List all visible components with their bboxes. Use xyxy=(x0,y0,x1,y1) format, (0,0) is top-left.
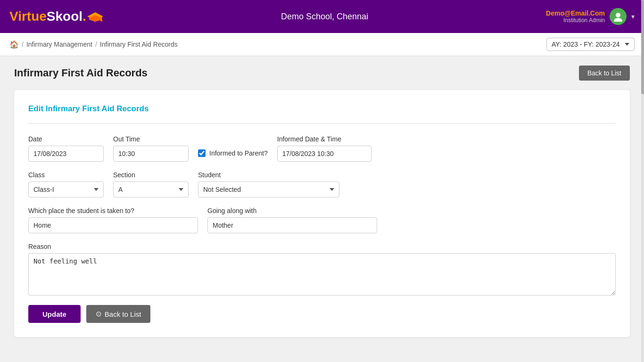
back-to-list-button-bottom[interactable]: ⊙ Back to List xyxy=(86,305,151,323)
chevron-down-icon[interactable]: ▾ xyxy=(631,13,635,20)
breadcrumb-infirmary-management[interactable]: Infirmary Management xyxy=(26,41,92,48)
student-group: Student Not Selected xyxy=(198,171,339,197)
going-along-group: Going along with xyxy=(207,207,377,233)
section-group: Section A B C xyxy=(113,171,189,197)
user-info: Demo@Email.Com Institution Admin ▾ xyxy=(546,8,635,25)
scrollbar-thumb[interactable] xyxy=(641,0,644,94)
logo-virtue: Virtue xyxy=(9,9,47,24)
form-actions: Update ⊙ Back to List xyxy=(28,305,616,323)
class-group: Class Class-I Class-II Class-III xyxy=(28,171,104,197)
student-select[interactable]: Not Selected xyxy=(198,181,339,197)
out-time-group: Out Time xyxy=(113,135,189,162)
svg-point-3 xyxy=(100,19,102,22)
informed-datetime-label: Informed Date & Time xyxy=(277,135,372,143)
form-row-4: Reason Not feeling well xyxy=(28,243,616,296)
svg-point-4 xyxy=(616,13,620,17)
out-time-input[interactable] xyxy=(113,146,189,162)
breadcrumb: 🏠 / Infirmary Management / Infirmary Fir… xyxy=(9,40,178,49)
form-row-3: Which place the student is taken to? Goi… xyxy=(28,207,616,233)
place-input[interactable] xyxy=(28,217,198,233)
home-icon[interactable]: 🏠 xyxy=(9,40,19,49)
date-input[interactable] xyxy=(28,146,104,162)
breadcrumb-current: Infirmary First Aid Records xyxy=(100,41,178,48)
informed-parent-checkbox[interactable] xyxy=(198,149,206,157)
reason-label: Reason xyxy=(28,243,616,250)
informed-datetime-input[interactable] xyxy=(277,146,372,162)
date-group: Date xyxy=(28,135,104,162)
section-label: Section xyxy=(113,171,189,179)
form-row-1: Date Out Time Informed to Parent? Inform… xyxy=(28,135,616,162)
user-icon xyxy=(613,11,623,22)
informed-parent-label: Informed to Parent? xyxy=(209,149,268,157)
going-along-input[interactable] xyxy=(207,217,377,233)
student-label: Student xyxy=(198,171,339,179)
logo-skool: Skool xyxy=(47,9,83,24)
ay-select[interactable]: AY: 2023 - FY: 2023-24 xyxy=(546,38,635,51)
scrollbar[interactable] xyxy=(641,0,644,362)
page-header: Infirmary First Aid Records Back to List xyxy=(14,66,630,81)
out-time-label: Out Time xyxy=(113,135,189,143)
section-select[interactable]: A B C xyxy=(113,181,189,197)
place-label: Which place the student is taken to? xyxy=(28,207,198,214)
back-to-list-label: Back to List xyxy=(105,310,141,318)
class-label: Class xyxy=(28,171,104,179)
reason-textarea[interactable]: Not feeling well xyxy=(28,253,616,296)
main-content: Infirmary First Aid Records Back to List… xyxy=(0,56,644,346)
going-along-label: Going along with xyxy=(207,207,377,214)
page-title: Infirmary First Aid Records xyxy=(14,67,148,79)
header: VirtueSkool. Demo School, Chennai Demo@E… xyxy=(0,0,644,33)
breadcrumb-bar: 🏠 / Infirmary Management / Infirmary Fir… xyxy=(0,33,644,56)
form-card: Edit Infirmary First Aid Records Date Ou… xyxy=(14,90,630,337)
place-group: Which place the student is taken to? xyxy=(28,207,198,233)
class-select[interactable]: Class-I Class-II Class-III xyxy=(28,181,104,197)
avatar xyxy=(610,8,627,25)
form-divider xyxy=(28,123,616,123)
informed-datetime-group: Informed Date & Time xyxy=(277,135,372,162)
school-name: Demo School, Chennai xyxy=(281,12,368,22)
informed-parent-group: Informed to Parent? xyxy=(198,149,268,162)
reason-group: Reason Not feeling well xyxy=(28,243,616,296)
form-section-title: Edit Infirmary First Aid Records xyxy=(28,104,616,114)
back-to-list-button-top[interactable]: Back to List xyxy=(579,66,630,81)
user-role: Institution Admin xyxy=(546,17,605,24)
logo: VirtueSkool. xyxy=(9,9,103,24)
back-icon: ⊙ xyxy=(96,310,102,318)
form-row-2: Class Class-I Class-II Class-III Section… xyxy=(28,171,616,197)
svg-point-5 xyxy=(614,18,622,22)
date-label: Date xyxy=(28,135,104,143)
update-button[interactable]: Update xyxy=(28,305,81,323)
logo-hat-icon xyxy=(87,11,103,22)
user-email: Demo@Email.Com xyxy=(546,9,605,17)
